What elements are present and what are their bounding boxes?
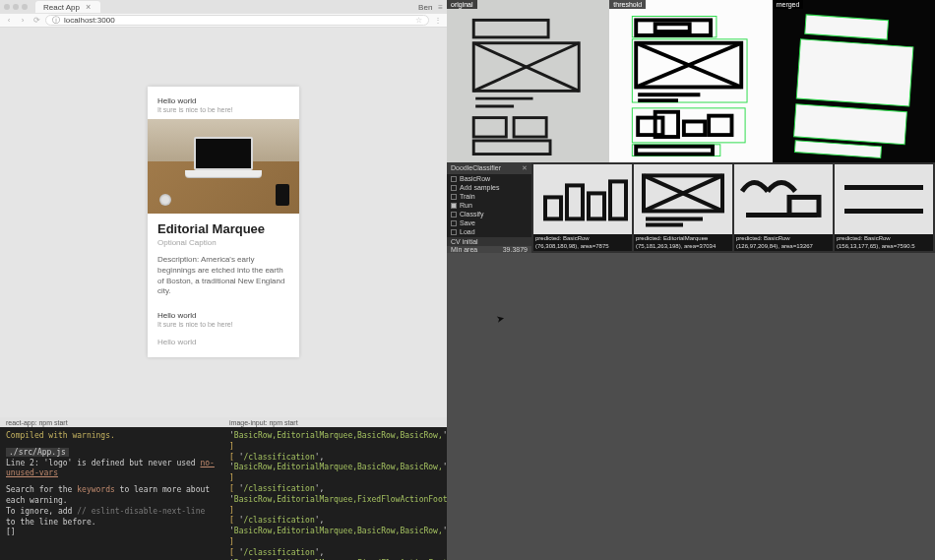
sketch-merged-icon bbox=[773, 10, 935, 162]
classifier-thumbnail[interactable]: predicted: BasicRow (126,97,209,84), are… bbox=[734, 164, 833, 251]
checkbox-icon[interactable] bbox=[451, 229, 457, 235]
param-value: 39.3879 bbox=[503, 246, 528, 253]
classifier-option[interactable]: Train bbox=[447, 192, 531, 201]
thumb-prediction: predicted: BasicRow bbox=[835, 234, 933, 243]
card-image bbox=[148, 119, 299, 214]
cv-panels-top: original threshold bbox=[447, 0, 935, 162]
maximize-icon[interactable] bbox=[22, 4, 28, 10]
browser-window: React App × Ben ≡ ‹ › ⟳ ⓘ localhost:3000… bbox=[0, 0, 447, 417]
cup-icon bbox=[159, 194, 171, 206]
browser-profile-name[interactable]: Ben bbox=[418, 3, 432, 12]
checkbox-icon[interactable] bbox=[451, 185, 457, 191]
option-label: Train bbox=[460, 193, 475, 200]
classifier-option[interactable]: Load bbox=[447, 227, 531, 236]
classifier-option[interactable]: Run bbox=[447, 201, 531, 210]
term-line: [ '/classification', bbox=[229, 516, 441, 527]
card-basic-row-peek: Hello world bbox=[148, 328, 299, 346]
checkbox-icon[interactable] bbox=[451, 194, 457, 200]
marquee-caption: Optional Caption bbox=[157, 238, 289, 247]
option-label: Run bbox=[460, 202, 472, 209]
classifier-thumbnails: predicted: BasicRow (76,308,180,98), are… bbox=[531, 162, 935, 253]
checkbox-icon[interactable] bbox=[451, 203, 457, 209]
classifier-thumbnail[interactable]: predicted: BasicRow (156,13,177,65), are… bbox=[835, 164, 933, 251]
bookmark-star-icon[interactable]: ☆ bbox=[415, 16, 422, 25]
close-icon[interactable] bbox=[4, 4, 10, 10]
svg-rect-36 bbox=[610, 181, 626, 218]
terminal-tab-left[interactable]: react-app: npm start bbox=[0, 417, 223, 427]
thumb-area: (126,97,209,84), area=13267 bbox=[734, 242, 833, 251]
browser-menu-icon[interactable]: ⋮ bbox=[433, 16, 443, 25]
thumb-sketch-icon bbox=[533, 164, 632, 234]
row-subtitle: It sure is nice to be here! bbox=[157, 106, 289, 113]
svg-rect-33 bbox=[545, 197, 561, 218]
cv-panels-middle: DoodleClassifier ✕ BasicRowAdd samplesTr… bbox=[447, 162, 935, 253]
svg-rect-21 bbox=[684, 121, 705, 135]
terminal-left[interactable]: Compiled with warnings. ./src/App.js Lin… bbox=[0, 427, 223, 560]
classifier-thumbnail[interactable]: predicted: BasicRow (76,308,180,98), are… bbox=[533, 164, 632, 251]
row-title: Hello world bbox=[157, 338, 289, 346]
gear-icon[interactable]: ✕ bbox=[522, 164, 528, 172]
nav-forward-icon[interactable]: › bbox=[18, 16, 28, 25]
svg-rect-18 bbox=[633, 108, 746, 143]
pane-label: original bbox=[447, 0, 477, 9]
thumb-sketch-icon bbox=[734, 164, 833, 234]
classifier-param[interactable]: Min area39.3879 bbox=[447, 246, 531, 253]
classifier-title-bar[interactable]: DoodleClassifier ✕ bbox=[447, 162, 531, 174]
classifier-option[interactable]: Classify bbox=[447, 210, 531, 218]
pane-label: merged bbox=[773, 0, 804, 9]
nav-back-icon[interactable]: ‹ bbox=[4, 16, 14, 25]
site-info-icon[interactable]: ⓘ bbox=[52, 15, 60, 26]
option-label: BasicRow bbox=[460, 175, 490, 182]
cv-pane-original: original bbox=[447, 0, 609, 162]
classifier-panel: DoodleClassifier ✕ BasicRowAdd samplesTr… bbox=[447, 162, 531, 253]
term-line: [ '/classification', bbox=[229, 484, 441, 495]
svg-rect-0 bbox=[473, 20, 548, 37]
tab-menu-icon[interactable]: ≡ bbox=[438, 3, 443, 12]
svg-rect-22 bbox=[709, 116, 731, 135]
checkbox-icon[interactable] bbox=[451, 220, 457, 226]
svg-rect-25 bbox=[804, 15, 888, 39]
checkbox-icon[interactable] bbox=[451, 212, 457, 218]
svg-rect-42 bbox=[789, 197, 819, 215]
param-key: Min area bbox=[451, 246, 477, 253]
browser-tab-bar: React App × Ben ≡ bbox=[0, 0, 447, 14]
classifier-option[interactable]: Save bbox=[447, 218, 531, 227]
term-file-path: ./src/App.js bbox=[6, 448, 69, 457]
svg-rect-26 bbox=[796, 39, 913, 106]
svg-rect-35 bbox=[589, 193, 604, 218]
term-line: 'BasicRow,EditorialMarquee,BasicRow,Basi… bbox=[229, 431, 441, 453]
thumb-prediction: predicted: EditorialMarquee bbox=[634, 234, 732, 243]
term-line: 'BasicRow,EditorialMarquee,BasicRow,Basi… bbox=[229, 527, 441, 548]
option-label: Load bbox=[460, 228, 475, 235]
terminal-tab-right[interactable]: image-input: npm start bbox=[223, 417, 447, 427]
term-line: 'BasicRow,EditorialMarquee,BasicRow,Basi… bbox=[229, 463, 441, 484]
nav-reload-icon[interactable]: ⟳ bbox=[31, 16, 41, 25]
thumb-prediction: predicted: BasicRow bbox=[734, 234, 833, 243]
classifier-option[interactable]: Add samples bbox=[447, 183, 531, 192]
thumb-area: (76,308,180,98), area=7875 bbox=[533, 242, 632, 251]
svg-rect-11 bbox=[655, 24, 690, 31]
cv-pane-merged: merged bbox=[773, 0, 935, 162]
svg-rect-8 bbox=[473, 141, 550, 155]
phone-icon bbox=[276, 184, 289, 206]
svg-rect-19 bbox=[639, 118, 663, 136]
term-line: [ '/classification', bbox=[229, 453, 441, 464]
card-basic-row-bottom: Hello world It sure is nice to be here! bbox=[148, 303, 299, 328]
cv-pane-threshold: threshold bbox=[609, 0, 772, 162]
minimize-icon[interactable] bbox=[13, 4, 19, 10]
svg-rect-24 bbox=[637, 147, 714, 155]
classifier-option[interactable]: BasicRow bbox=[447, 174, 531, 183]
react-app-card: Hello world It sure is nice to be here! … bbox=[148, 87, 299, 357]
browser-toolbar: ‹ › ⟳ ⓘ localhost:3000 ☆ ⋮ bbox=[0, 14, 447, 28]
classifier-thumbnail[interactable]: predicted: EditorialMarquee (75,181,263,… bbox=[634, 164, 732, 251]
sketch-threshold-icon bbox=[609, 10, 772, 162]
address-bar[interactable]: ⓘ localhost:3000 ☆ bbox=[45, 15, 429, 26]
window-controls[interactable] bbox=[4, 4, 28, 10]
checkbox-icon[interactable] bbox=[451, 176, 457, 182]
tab-close-icon[interactable]: × bbox=[86, 2, 91, 12]
svg-rect-27 bbox=[793, 104, 906, 145]
thumb-prediction: predicted: BasicRow bbox=[533, 234, 632, 243]
browser-tab-active[interactable]: React App × bbox=[35, 1, 100, 13]
pane-label: threshold bbox=[609, 0, 646, 9]
terminal-right[interactable]: 'BasicRow,EditorialMarquee,BasicRow,Basi… bbox=[223, 427, 447, 560]
